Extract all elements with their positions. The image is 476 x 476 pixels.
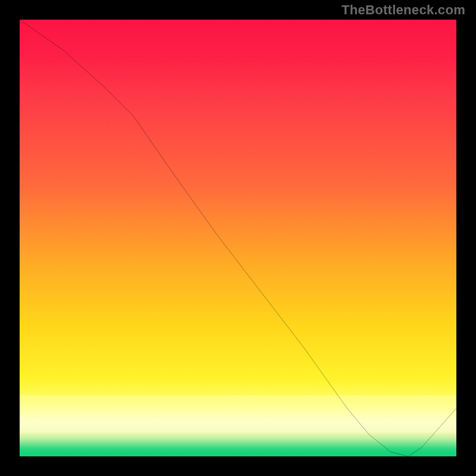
watermark-text: TheBottleneck.com bbox=[342, 2, 465, 18]
bottleneck-curve-svg bbox=[20, 20, 456, 456]
bottleneck-curve-path bbox=[20, 20, 456, 456]
chart-frame: TheBottleneck.com bbox=[0, 0, 476, 476]
